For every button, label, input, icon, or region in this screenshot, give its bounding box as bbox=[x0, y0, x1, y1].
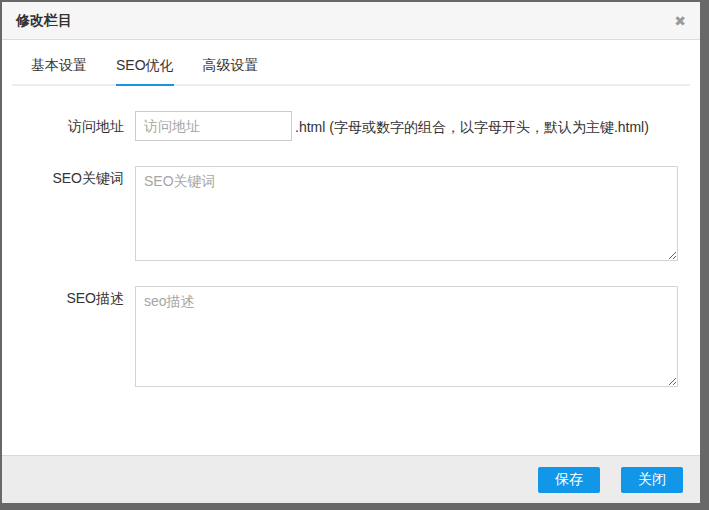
tab-seo-optimization[interactable]: SEO优化 bbox=[116, 57, 174, 86]
close-button[interactable]: 关闭 bbox=[621, 467, 683, 493]
save-button[interactable]: 保存 bbox=[538, 467, 600, 493]
edit-column-dialog: 修改栏目 ✖ 基本设置 SEO优化 高级设置 访问地址 .html (字母或数字… bbox=[2, 2, 700, 503]
seo-keywords-label: SEO关键词 bbox=[2, 166, 124, 188]
seo-keywords-field-wrap bbox=[135, 166, 678, 261]
url-row: 访问地址 .html (字母或数字的组合，以字母开头，默认为主键.html) bbox=[2, 111, 700, 141]
seo-keywords-textarea[interactable] bbox=[135, 166, 678, 261]
close-icon[interactable]: ✖ bbox=[674, 14, 686, 28]
seo-keywords-row: SEO关键词 bbox=[2, 166, 700, 261]
dialog-header: 修改栏目 ✖ bbox=[2, 2, 700, 40]
dialog-footer: 保存 关闭 bbox=[2, 455, 700, 503]
seo-description-row: SEO描述 bbox=[2, 286, 700, 387]
url-field-wrap: .html (字母或数字的组合，以字母开头，默认为主键.html) bbox=[135, 111, 649, 141]
seo-description-field-wrap bbox=[135, 286, 678, 387]
tab-bar: 基本设置 SEO优化 高级设置 bbox=[12, 57, 690, 86]
tab-advanced-settings[interactable]: 高级设置 bbox=[203, 57, 259, 86]
dialog-content: 访问地址 .html (字母或数字的组合，以字母开头，默认为主键.html) S… bbox=[2, 86, 700, 455]
tab-basic-settings[interactable]: 基本设置 bbox=[31, 57, 87, 86]
url-suffix-hint: .html (字母或数字的组合，以字母开头，默认为主键.html) bbox=[295, 111, 649, 137]
url-input[interactable] bbox=[135, 111, 292, 141]
seo-description-textarea[interactable] bbox=[135, 286, 678, 387]
dialog-title: 修改栏目 bbox=[16, 12, 72, 30]
url-label: 访问地址 bbox=[2, 111, 124, 136]
seo-description-label: SEO描述 bbox=[2, 286, 124, 308]
